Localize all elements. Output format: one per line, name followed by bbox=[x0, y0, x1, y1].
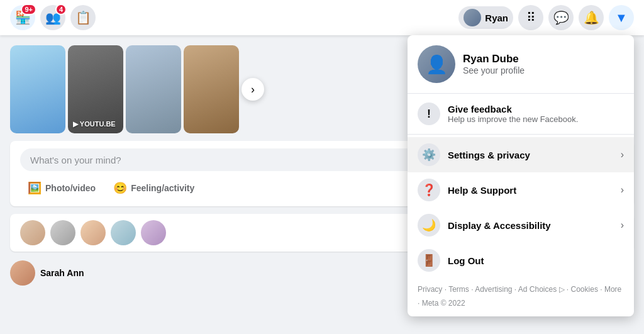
feedback-content: Give feedback Help us improve the new Fa… bbox=[448, 104, 624, 124]
photo-label: Photo/video bbox=[45, 183, 96, 193]
settings-privacy-item[interactable]: ⚙️ Settings & privacy › bbox=[408, 137, 634, 172]
display-title: Display & Accessibility bbox=[448, 220, 613, 231]
question-icon: ❓ bbox=[422, 183, 436, 197]
logout-title: Log Out bbox=[448, 255, 624, 266]
home-badge: 9+ bbox=[21, 4, 36, 15]
logout-item[interactable]: 🚪 Log Out bbox=[408, 243, 634, 278]
menu-profile-info: Ryan Dube See your profile bbox=[463, 53, 525, 75]
user-name: Ryan bbox=[485, 13, 508, 23]
contact-avatar[interactable] bbox=[111, 220, 136, 245]
chevron-right-icon: › bbox=[251, 83, 255, 96]
help-support-item[interactable]: ❓ Help & Support › bbox=[408, 172, 634, 208]
gear-icon: ⚙️ bbox=[422, 148, 436, 162]
story-item[interactable] bbox=[126, 45, 181, 133]
help-icon-container: ❓ bbox=[418, 179, 440, 201]
photo-icon: 🖼️ bbox=[28, 181, 42, 195]
sarah-ann-avatar[interactable] bbox=[10, 260, 35, 286]
menu-divider bbox=[408, 93, 634, 94]
user-profile-button[interactable]: Ryan bbox=[458, 6, 513, 29]
logout-icon: 🚪 bbox=[422, 253, 436, 267]
feedback-icon-container: ! bbox=[418, 103, 440, 125]
feedback-sub: Help us improve the new Facebook. bbox=[448, 114, 624, 124]
logout-content: Log Out bbox=[448, 255, 624, 266]
friends-badge: 4 bbox=[55, 4, 67, 15]
feeling-label: Feeling/activity bbox=[131, 183, 194, 193]
grid-icon: ⠿ bbox=[526, 10, 536, 25]
story-item[interactable] bbox=[184, 45, 239, 133]
help-content: Help & Support bbox=[448, 185, 613, 196]
help-title: Help & Support bbox=[448, 185, 613, 196]
contact-avatar[interactable] bbox=[80, 220, 106, 245]
exclamation-icon: ! bbox=[427, 108, 431, 121]
display-content: Display & Accessibility bbox=[448, 220, 613, 231]
navbar-left: 🏪 9+ 👥 4 📋 bbox=[10, 5, 96, 30]
user-avatar bbox=[464, 9, 481, 26]
feeling-activity-button[interactable]: 😊 Feeling/activity bbox=[106, 177, 202, 199]
contact-avatar[interactable] bbox=[50, 220, 75, 245]
grid-menu-button[interactable]: ⠿ bbox=[518, 5, 543, 30]
feedback-title: Give feedback bbox=[448, 104, 624, 114]
logout-icon-container: 🚪 bbox=[418, 249, 440, 272]
contact-avatar[interactable] bbox=[20, 220, 45, 245]
menu-profile-avatar: 👤 bbox=[418, 45, 455, 83]
moon-icon: 🌙 bbox=[422, 218, 436, 232]
account-dropdown-menu: 👤 Ryan Dube See your profile ! Give feed… bbox=[408, 35, 634, 316]
bell-icon: 🔔 bbox=[584, 10, 599, 25]
navbar-right: Ryan ⠿ 💬 🔔 ▼ bbox=[458, 5, 634, 30]
menu-profile-item[interactable]: 👤 Ryan Dube See your profile bbox=[408, 40, 634, 91]
settings-title: Settings & privacy bbox=[448, 150, 613, 160]
photo-video-button[interactable]: 🖼️ Photo/video bbox=[20, 177, 103, 199]
footer-links: Privacy · Terms · Advertising · Ad Choic… bbox=[418, 285, 621, 308]
post-placeholder: What's on your mind? bbox=[30, 155, 121, 165]
emoji-icon: 😊 bbox=[113, 181, 127, 195]
chevron-down-icon: ▼ bbox=[615, 11, 628, 25]
home-button[interactable]: 🏪 9+ bbox=[10, 5, 35, 30]
settings-icon-container: ⚙️ bbox=[418, 143, 440, 166]
give-feedback-item[interactable]: ! Give feedback Help us improve the new … bbox=[408, 96, 634, 131]
display-icon-container: 🌙 bbox=[418, 214, 440, 237]
watch-icon: 📋 bbox=[75, 10, 91, 25]
story-item[interactable] bbox=[10, 45, 65, 133]
contact-avatar[interactable] bbox=[141, 220, 166, 245]
friends-button[interactable]: 👥 4 bbox=[40, 5, 65, 30]
settings-content: Settings & privacy bbox=[448, 150, 613, 160]
notifications-button[interactable]: 🔔 bbox=[579, 5, 604, 30]
settings-arrow-icon: › bbox=[621, 149, 624, 160]
messenger-icon: 💬 bbox=[553, 10, 569, 25]
sarah-ann-name: Sarah Ann bbox=[40, 268, 84, 278]
navbar: 🏪 9+ 👥 4 📋 Ryan ⠿ 💬 🔔 ▼ bbox=[0, 0, 644, 35]
messenger-button[interactable]: 💬 bbox=[548, 5, 574, 30]
stories-next-button[interactable]: › bbox=[242, 78, 264, 101]
watch-button[interactable]: 📋 bbox=[70, 5, 96, 30]
story-item[interactable]: ▶ YOUTU.BE bbox=[68, 45, 123, 133]
menu-divider bbox=[408, 134, 634, 135]
account-dropdown-button[interactable]: ▼ bbox=[609, 5, 634, 30]
menu-profile-name: Ryan Dube bbox=[463, 53, 525, 65]
help-arrow-icon: › bbox=[621, 184, 624, 196]
display-arrow-icon: › bbox=[621, 220, 624, 231]
menu-footer: Privacy · Terms · Advertising · Ad Choic… bbox=[408, 278, 634, 314]
menu-profile-sub: See your profile bbox=[463, 65, 525, 75]
display-accessibility-item[interactable]: 🌙 Display & Accessibility › bbox=[408, 208, 634, 243]
